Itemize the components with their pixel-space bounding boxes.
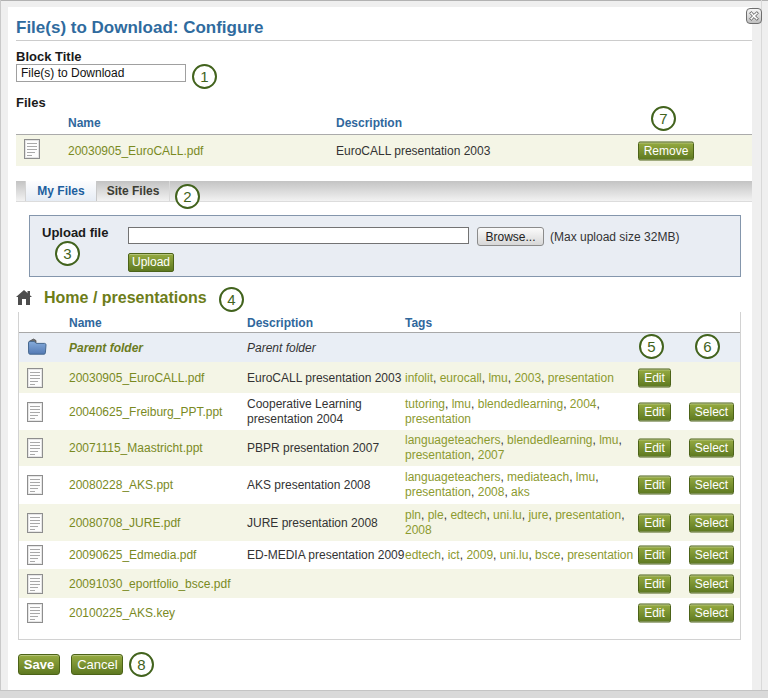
- max-upload-note: (Max upload size 32MB): [550, 230, 679, 244]
- page-top-border: [0, 0, 768, 1]
- edit-button[interactable]: Edit: [638, 603, 671, 622]
- tag-link[interactable]: uni.lu: [493, 508, 522, 522]
- select-button[interactable]: Select: [689, 513, 734, 532]
- callout-2: 2: [175, 184, 200, 209]
- column-header-name: Name: [69, 316, 102, 330]
- upload-file-input[interactable]: [128, 227, 469, 244]
- edit-button[interactable]: Edit: [638, 402, 671, 421]
- tag-link[interactable]: 2007: [478, 448, 505, 462]
- file-row: 20091030_eportfolio_bsce.pdfEditSelect: [19, 569, 740, 598]
- file-tags: edtech, ict, 2009, uni.lu, bsce, present…: [405, 548, 640, 563]
- select-button[interactable]: Select: [689, 546, 734, 565]
- tag-link[interactable]: edtech: [450, 508, 486, 522]
- file-row: 20090625_Edmedia.pdfED-MEDIA presentatio…: [19, 541, 740, 569]
- tag-link[interactable]: uni.lu: [500, 548, 529, 562]
- tag-link[interactable]: jure: [528, 508, 548, 522]
- file-row: 20071115_Maastricht.pptPBPR presentation…: [19, 430, 740, 466]
- file-icon: [27, 574, 47, 594]
- close-button[interactable]: [746, 8, 762, 24]
- page: File(s) to Download: Configure Block Tit…: [0, 0, 768, 698]
- file-name-link[interactable]: 20040625_Freiburg_PPT.ppt: [69, 404, 239, 419]
- select-button[interactable]: Select: [689, 603, 734, 622]
- tag-link[interactable]: presentation: [405, 485, 471, 499]
- file-tags: languageteachers, mediateach, lmu, prese…: [405, 470, 640, 500]
- file-icon: [27, 513, 47, 533]
- block-title-input[interactable]: [16, 64, 186, 82]
- tag-link[interactable]: 2008: [478, 485, 505, 499]
- tag-link[interactable]: bsce: [535, 548, 560, 562]
- file-description: Cooperative Learning presentation 2004: [247, 397, 409, 427]
- edit-button[interactable]: Edit: [638, 574, 671, 593]
- select-button[interactable]: Select: [689, 402, 734, 421]
- remove-button[interactable]: Remove: [638, 141, 694, 160]
- selected-file-link[interactable]: 20030905_EuroCALL.pdf: [68, 144, 203, 158]
- edit-button[interactable]: Edit: [638, 439, 671, 458]
- tag-link[interactable]: edtech: [405, 548, 441, 562]
- edit-button[interactable]: Edit: [638, 546, 671, 565]
- cancel-button[interactable]: Cancel: [71, 654, 123, 675]
- file-name-link[interactable]: 20100225_AKS.key: [69, 605, 239, 620]
- file-name-link[interactable]: 20080708_JURE.pdf: [69, 515, 239, 530]
- tag-link[interactable]: 2003: [514, 370, 541, 384]
- tag-link[interactable]: tutoring: [405, 397, 445, 411]
- form-actions: Save Cancel: [18, 654, 123, 675]
- tag-link[interactable]: mediateach: [507, 470, 569, 484]
- breadcrumb-current-link[interactable]: presentations: [102, 289, 207, 306]
- edit-button[interactable]: Edit: [638, 476, 671, 495]
- file-name-link[interactable]: 20090625_Edmedia.pdf: [69, 548, 239, 563]
- parent-folder-link[interactable]: Parent folder: [69, 340, 239, 355]
- callout-3: 3: [55, 241, 80, 266]
- tag-link[interactable]: lmu: [599, 433, 618, 447]
- file-icon: [27, 545, 47, 565]
- file-icon: [27, 438, 47, 458]
- tag-link[interactable]: presentation: [405, 412, 471, 426]
- column-header-name: Name: [68, 116, 101, 130]
- tag-link[interactable]: eurocall: [440, 370, 482, 384]
- page-bottom-strip: [0, 691, 768, 698]
- callout-7: 7: [651, 106, 676, 131]
- file-description: EuroCALL presentation 2003: [247, 370, 409, 385]
- file-tags: infolit, eurocall, lmu, 2003, presentati…: [405, 370, 640, 385]
- file-name-link[interactable]: 20030905_EuroCALL.pdf: [69, 370, 239, 385]
- tab-site-files[interactable]: Site Files: [97, 181, 170, 201]
- file-name-link[interactable]: 20091030_eportfolio_bsce.pdf: [69, 576, 239, 591]
- tag-link[interactable]: presentation: [548, 370, 614, 384]
- tag-link[interactable]: presentation: [405, 448, 471, 462]
- tag-link[interactable]: ple: [428, 508, 444, 522]
- select-button[interactable]: Select: [689, 476, 734, 495]
- edit-button[interactable]: Edit: [638, 368, 671, 387]
- file-browser-header: Name Description Tags: [19, 312, 740, 333]
- tab-my-files[interactable]: My Files: [25, 181, 97, 201]
- callout-1: 1: [192, 64, 217, 89]
- file-name-link[interactable]: 20080228_AKS.ppt: [69, 478, 239, 493]
- browse-button[interactable]: Browse...: [477, 227, 544, 246]
- tag-link[interactable]: presentation: [555, 508, 621, 522]
- tag-link[interactable]: blendedlearning: [478, 397, 563, 411]
- save-button[interactable]: Save: [18, 654, 60, 675]
- tag-link[interactable]: 2009: [466, 548, 493, 562]
- tag-link[interactable]: 2004: [570, 397, 597, 411]
- tag-link[interactable]: aks: [511, 485, 530, 499]
- parent-folder-description: Parent folder: [247, 340, 409, 355]
- tag-link[interactable]: languageteachers: [405, 470, 500, 484]
- breadcrumb-separator: /: [93, 289, 97, 306]
- breadcrumb-home-link[interactable]: Home: [44, 289, 88, 306]
- tag-link[interactable]: 2008: [405, 523, 432, 537]
- tag-link[interactable]: lmu: [488, 370, 507, 384]
- edit-button[interactable]: Edit: [638, 513, 671, 532]
- tag-link[interactable]: lmu: [452, 397, 471, 411]
- upload-button[interactable]: Upload: [128, 253, 174, 272]
- tag-link[interactable]: presentation: [567, 548, 633, 562]
- tag-link[interactable]: pln: [405, 508, 421, 522]
- tag-link[interactable]: ict: [448, 548, 460, 562]
- tag-link[interactable]: infolit: [405, 370, 433, 384]
- file-description: AKS presentation 2008: [247, 478, 409, 493]
- select-button[interactable]: Select: [689, 574, 734, 593]
- column-header-description: Description: [336, 116, 402, 130]
- tag-link[interactable]: blendedlearning: [507, 433, 592, 447]
- tag-link[interactable]: lmu: [576, 470, 595, 484]
- file-icon: [27, 368, 47, 388]
- tag-link[interactable]: languageteachers: [405, 433, 500, 447]
- select-button[interactable]: Select: [689, 439, 734, 458]
- file-name-link[interactable]: 20071115_Maastricht.ppt: [69, 441, 239, 456]
